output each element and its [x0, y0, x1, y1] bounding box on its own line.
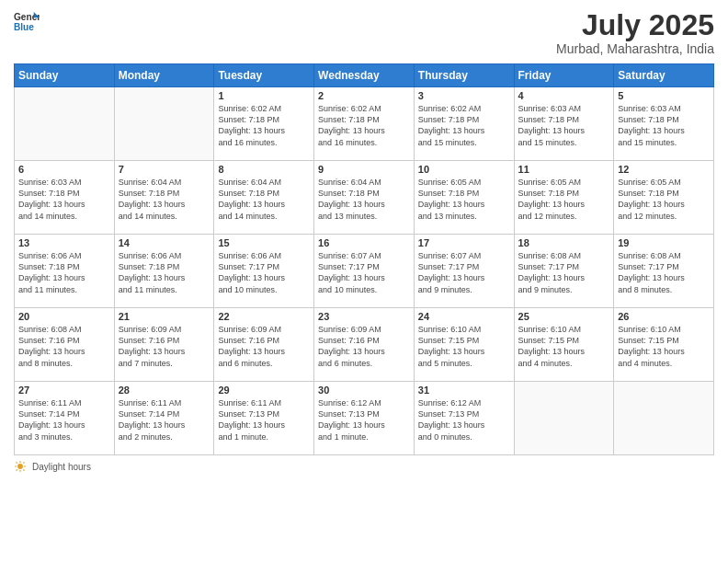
day-number: 7	[119, 164, 210, 175]
day-number: 6	[18, 164, 110, 175]
day-info: Sunrise: 6:06 AM Sunset: 7:17 PM Dayligh…	[218, 250, 310, 295]
table-row: 10Sunrise: 6:05 AM Sunset: 7:18 PM Dayli…	[414, 161, 514, 235]
day-info: Sunrise: 6:03 AM Sunset: 7:18 PM Dayligh…	[518, 103, 610, 148]
table-row	[614, 382, 714, 455]
day-number: 11	[518, 164, 610, 175]
table-row: 2Sunrise: 6:02 AM Sunset: 7:18 PM Daylig…	[314, 87, 415, 161]
day-number: 15	[218, 237, 310, 248]
day-number: 27	[18, 385, 110, 396]
day-number: 25	[518, 311, 610, 322]
table-row: 13Sunrise: 6:06 AM Sunset: 7:18 PM Dayli…	[15, 235, 115, 308]
page: General Blue July 2025 Murbad, Maharasht…	[0, 0, 728, 563]
table-row: 3Sunrise: 6:02 AM Sunset: 7:18 PM Daylig…	[414, 87, 514, 161]
table-row: 11Sunrise: 6:05 AM Sunset: 7:18 PM Dayli…	[514, 161, 614, 235]
svg-text:Blue: Blue	[14, 22, 34, 32]
day-info: Sunrise: 6:05 AM Sunset: 7:18 PM Dayligh…	[518, 177, 610, 222]
table-row: 12Sunrise: 6:05 AM Sunset: 7:18 PM Dayli…	[614, 161, 714, 235]
col-sunday: Sunday	[15, 64, 115, 87]
table-row	[514, 382, 614, 455]
day-info: Sunrise: 6:11 AM Sunset: 7:14 PM Dayligh…	[18, 397, 110, 442]
day-info: Sunrise: 6:05 AM Sunset: 7:18 PM Dayligh…	[418, 177, 510, 222]
svg-line-8	[16, 463, 17, 464]
day-info: Sunrise: 6:06 AM Sunset: 7:18 PM Dayligh…	[119, 250, 210, 295]
calendar-table: Sunday Monday Tuesday Wednesday Thursday…	[14, 63, 714, 455]
table-row: 22Sunrise: 6:09 AM Sunset: 7:16 PM Dayli…	[214, 308, 314, 382]
day-number: 24	[418, 311, 510, 322]
day-info: Sunrise: 6:12 AM Sunset: 7:13 PM Dayligh…	[318, 397, 410, 442]
table-row: 6Sunrise: 6:03 AM Sunset: 7:18 PM Daylig…	[15, 161, 115, 235]
table-row: 8Sunrise: 6:04 AM Sunset: 7:18 PM Daylig…	[214, 161, 314, 235]
day-number: 13	[18, 237, 110, 248]
col-friday: Friday	[514, 64, 614, 87]
calendar-header-row: Sunday Monday Tuesday Wednesday Thursday…	[15, 64, 714, 87]
day-info: Sunrise: 6:03 AM Sunset: 7:18 PM Dayligh…	[18, 177, 110, 222]
calendar-week-2: 6Sunrise: 6:03 AM Sunset: 7:18 PM Daylig…	[15, 161, 714, 235]
title-block: July 2025 Murbad, Maharashtra, India	[556, 9, 714, 56]
table-row: 29Sunrise: 6:11 AM Sunset: 7:13 PM Dayli…	[214, 382, 314, 455]
day-info: Sunrise: 6:11 AM Sunset: 7:14 PM Dayligh…	[119, 397, 210, 442]
day-info: Sunrise: 6:07 AM Sunset: 7:17 PM Dayligh…	[418, 250, 510, 295]
day-number: 3	[418, 90, 510, 101]
table-row: 5Sunrise: 6:03 AM Sunset: 7:18 PM Daylig…	[614, 87, 714, 161]
day-number: 30	[318, 385, 410, 396]
day-info: Sunrise: 6:04 AM Sunset: 7:18 PM Dayligh…	[318, 177, 410, 222]
header: General Blue July 2025 Murbad, Maharasht…	[14, 9, 714, 56]
col-wednesday: Wednesday	[314, 64, 415, 87]
svg-line-11	[16, 469, 17, 470]
day-number: 1	[218, 90, 310, 101]
table-row: 18Sunrise: 6:08 AM Sunset: 7:17 PM Dayli…	[514, 235, 614, 308]
day-number: 4	[518, 90, 610, 101]
day-number: 12	[618, 164, 710, 175]
day-info: Sunrise: 6:11 AM Sunset: 7:13 PM Dayligh…	[218, 397, 310, 442]
col-monday: Monday	[114, 64, 214, 87]
day-info: Sunrise: 6:09 AM Sunset: 7:16 PM Dayligh…	[119, 324, 210, 369]
day-info: Sunrise: 6:04 AM Sunset: 7:18 PM Dayligh…	[119, 177, 210, 222]
day-number: 2	[318, 90, 410, 101]
daylight-label: Daylight hours	[32, 462, 91, 472]
day-number: 23	[318, 311, 410, 322]
day-number: 8	[218, 164, 310, 175]
calendar-week-5: 27Sunrise: 6:11 AM Sunset: 7:14 PM Dayli…	[15, 382, 714, 455]
table-row: 16Sunrise: 6:07 AM Sunset: 7:17 PM Dayli…	[314, 235, 415, 308]
day-number: 29	[218, 385, 310, 396]
day-number: 20	[18, 311, 110, 322]
day-number: 19	[618, 237, 710, 248]
col-thursday: Thursday	[414, 64, 514, 87]
table-row: 25Sunrise: 6:10 AM Sunset: 7:15 PM Dayli…	[514, 308, 614, 382]
svg-line-10	[23, 463, 24, 464]
table-row: 31Sunrise: 6:12 AM Sunset: 7:13 PM Dayli…	[414, 382, 514, 455]
day-info: Sunrise: 6:10 AM Sunset: 7:15 PM Dayligh…	[618, 324, 710, 369]
table-row: 28Sunrise: 6:11 AM Sunset: 7:14 PM Dayli…	[114, 382, 214, 455]
table-row: 19Sunrise: 6:08 AM Sunset: 7:17 PM Dayli…	[614, 235, 714, 308]
table-row: 27Sunrise: 6:11 AM Sunset: 7:14 PM Dayli…	[15, 382, 115, 455]
day-info: Sunrise: 6:02 AM Sunset: 7:18 PM Dayligh…	[218, 103, 310, 148]
day-info: Sunrise: 6:08 AM Sunset: 7:17 PM Dayligh…	[518, 250, 610, 295]
table-row: 9Sunrise: 6:04 AM Sunset: 7:18 PM Daylig…	[314, 161, 415, 235]
day-number: 21	[119, 311, 210, 322]
logo: General Blue	[14, 9, 40, 35]
svg-line-9	[23, 469, 24, 470]
col-tuesday: Tuesday	[214, 64, 314, 87]
month-title: July 2025	[556, 9, 714, 41]
day-info: Sunrise: 6:05 AM Sunset: 7:18 PM Dayligh…	[618, 177, 710, 222]
day-info: Sunrise: 6:03 AM Sunset: 7:18 PM Dayligh…	[618, 103, 710, 148]
day-number: 14	[119, 237, 210, 248]
day-info: Sunrise: 6:12 AM Sunset: 7:13 PM Dayligh…	[418, 397, 510, 442]
day-info: Sunrise: 6:07 AM Sunset: 7:17 PM Dayligh…	[318, 250, 410, 295]
day-info: Sunrise: 6:02 AM Sunset: 7:18 PM Dayligh…	[418, 103, 510, 148]
day-number: 17	[418, 237, 510, 248]
subtitle: Murbad, Maharashtra, India	[556, 41, 714, 56]
table-row: 4Sunrise: 6:03 AM Sunset: 7:18 PM Daylig…	[514, 87, 614, 161]
logo-icon: General Blue	[14, 9, 40, 35]
day-info: Sunrise: 6:10 AM Sunset: 7:15 PM Dayligh…	[418, 324, 510, 369]
day-number: 16	[318, 237, 410, 248]
calendar-week-3: 13Sunrise: 6:06 AM Sunset: 7:18 PM Dayli…	[15, 235, 714, 308]
day-number: 10	[418, 164, 510, 175]
day-info: Sunrise: 6:09 AM Sunset: 7:16 PM Dayligh…	[218, 324, 310, 369]
table-row	[15, 87, 115, 161]
day-info: Sunrise: 6:02 AM Sunset: 7:18 PM Dayligh…	[318, 103, 410, 148]
table-row: 14Sunrise: 6:06 AM Sunset: 7:18 PM Dayli…	[114, 235, 214, 308]
sun-icon	[14, 460, 27, 473]
table-row: 24Sunrise: 6:10 AM Sunset: 7:15 PM Dayli…	[414, 308, 514, 382]
day-number: 26	[618, 311, 710, 322]
